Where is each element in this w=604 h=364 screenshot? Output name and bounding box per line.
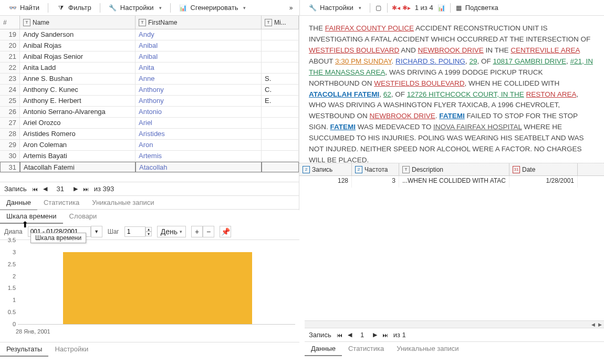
- row-name: Anita Ladd: [20, 63, 136, 73]
- range-dropdown-button[interactable]: ▼: [91, 226, 102, 237]
- row-num: 21: [0, 51, 20, 62]
- row-mi: S.: [262, 74, 299, 84]
- row-firstname: Andy: [136, 29, 262, 40]
- table-row[interactable]: 22Anita LaddAnita: [0, 63, 299, 74]
- pager-last[interactable]: ⏭: [83, 186, 89, 192]
- row-firstname: Atacollah: [136, 162, 262, 172]
- row-num: 24: [0, 85, 20, 95]
- tab-result-settings[interactable]: Настройки: [48, 342, 95, 357]
- row-firstname: Ariel: [136, 118, 262, 128]
- timeline-chart[interactable]: 00.511.522.533.528 Янв, 2001: [0, 240, 299, 340]
- rpager-last[interactable]: ⏭: [382, 332, 388, 338]
- chart-bar[interactable]: [63, 252, 252, 324]
- row-mi: [262, 151, 299, 161]
- filter-button[interactable]: ⧩ Фильтр: [53, 2, 96, 14]
- col-first-header[interactable]: TFirstName: [136, 16, 262, 29]
- mc-rec-value: 128: [299, 176, 352, 188]
- table-row[interactable]: 31Atacollah FatemiAtacollah: [0, 162, 299, 173]
- row-mi: [262, 162, 299, 172]
- prev-hit-icon[interactable]: ✱◂: [392, 4, 400, 12]
- unit-dropdown[interactable]: День: [157, 226, 186, 237]
- row-mi: [262, 29, 299, 40]
- table-row[interactable]: 21Anibal Rojas SeniorAnibal: [0, 51, 299, 63]
- pager-next[interactable]: ▶: [74, 185, 78, 192]
- num-type-icon: 2: [355, 166, 362, 173]
- generate-dropdown[interactable]: 📊 Сгенерировать: [175, 2, 251, 14]
- row-firstname: Anthony: [136, 85, 262, 95]
- zoom-out-button[interactable]: −: [203, 226, 214, 237]
- mini-row[interactable]: 128 3 ...WHEN HE COLLIDED WITH ATAC 1/28…: [299, 176, 604, 188]
- tab-timeline[interactable]: Шкала времени: [0, 210, 63, 224]
- step-label: Шаг: [108, 228, 119, 235]
- scroll-right[interactable]: ▶: [598, 322, 602, 327]
- pager-total: из 393: [94, 185, 114, 193]
- tab-unique[interactable]: Уникальные записи: [86, 196, 160, 210]
- scroll-left[interactable]: ◀: [591, 322, 595, 327]
- col-name-header[interactable]: TName: [20, 16, 136, 29]
- right-hscroll[interactable]: ◀ ▶: [305, 320, 604, 328]
- right-settings-dropdown[interactable]: 🔧 Настройки: [304, 2, 366, 14]
- zoom-in-button[interactable]: +: [191, 226, 203, 237]
- wrench-icon: 🔧: [109, 4, 117, 12]
- mini-col-rec[interactable]: 2 Запись: [299, 163, 352, 175]
- row-num: 22: [0, 63, 20, 73]
- rpager-label: Запись: [309, 331, 331, 339]
- table-row[interactable]: 28Aristides RomeroAristides: [0, 129, 299, 140]
- row-num: 25: [0, 96, 20, 106]
- step-down[interactable]: ▾: [145, 232, 152, 236]
- row-num: 26: [0, 107, 20, 117]
- rtab-stats[interactable]: Статистика: [342, 342, 390, 356]
- rpager-current: 1: [357, 331, 368, 339]
- row-mi: [262, 40, 299, 51]
- left-tabs: Данные Статистика Уникальные записи: [0, 195, 299, 210]
- rtab-unique[interactable]: Уникальные записи: [390, 342, 465, 356]
- overflow-icon[interactable]: »: [287, 4, 295, 12]
- entity-person-match: FATEMI: [439, 112, 465, 120]
- entity-person-match: ATACOLLAH FATEMI: [309, 90, 379, 98]
- row-num: 31: [0, 162, 20, 172]
- text-type-icon: T: [402, 166, 410, 173]
- table-row[interactable]: 27Ariel OrozcoAriel: [0, 118, 299, 129]
- pager-prev[interactable]: ◀: [43, 185, 47, 192]
- window-icon[interactable]: ▢: [374, 4, 383, 12]
- chart-icon[interactable]: 📊: [438, 4, 446, 12]
- row-firstname: Anthony: [136, 96, 262, 106]
- tab-results[interactable]: Результаты: [0, 342, 48, 357]
- table-row[interactable]: 24Anthony C. KunecAnthonyC.: [0, 85, 299, 96]
- table-row[interactable]: 25Anthony E. HerbertAnthonyE.: [0, 96, 299, 107]
- row-mi: E.: [262, 96, 299, 106]
- row-firstname: Anita: [136, 63, 262, 73]
- table-row[interactable]: 30Artemis BayatiArtemis: [0, 151, 299, 162]
- find-button[interactable]: 👓 Найти: [4, 2, 44, 14]
- table-row[interactable]: 20Anibal RojasAnibal: [0, 40, 299, 51]
- rtab-data[interactable]: Данные: [305, 342, 342, 356]
- next-hit-icon[interactable]: ✱▸: [402, 4, 411, 12]
- row-name: Aron Coleman: [20, 140, 136, 150]
- pin-button[interactable]: 📌: [220, 226, 231, 237]
- chart-xlabel: 28 Янв, 2001: [16, 328, 50, 335]
- col-num-header[interactable]: #: [0, 16, 20, 29]
- step-up[interactable]: ▴: [145, 227, 152, 232]
- settings-dropdown[interactable]: 🔧 Настройки: [105, 2, 166, 14]
- table-row[interactable]: 26Antonio Serrano-AlvarengaAntonio: [0, 107, 299, 118]
- tab-dictionaries[interactable]: Словари: [63, 210, 103, 224]
- grid-body[interactable]: 19Andy SandersonAndy20Anibal RojasAnibal…: [0, 29, 299, 182]
- mini-col-desc[interactable]: T Description: [399, 163, 509, 175]
- row-firstname: Anibal: [136, 40, 262, 51]
- table-row[interactable]: 19Andy SandersonAndy: [0, 29, 299, 40]
- pager-first[interactable]: ⏮: [32, 186, 38, 192]
- mc-date-value: 1/28/2001: [509, 176, 578, 188]
- mini-col-date[interactable]: 31 Date: [509, 163, 578, 175]
- rpager-next[interactable]: ▶: [373, 331, 377, 338]
- tab-stats[interactable]: Статистика: [37, 196, 86, 210]
- step-input[interactable]: [124, 226, 145, 237]
- rpager-first[interactable]: ⏮: [337, 332, 342, 338]
- table-row[interactable]: 29Aron ColemanAron: [0, 140, 299, 151]
- rpager-prev[interactable]: ◀: [348, 331, 352, 338]
- tab-data[interactable]: Данные: [0, 196, 37, 210]
- date-type-icon: 31: [513, 166, 520, 173]
- table-row[interactable]: 23Anne S. BushanAnneS.: [0, 74, 299, 85]
- mini-col-freq[interactable]: 2 Частота: [352, 163, 399, 175]
- entity-org: INOVA FAIRFAX HOSPITAL: [433, 123, 522, 131]
- col-mi-header[interactable]: TMi...: [262, 16, 299, 29]
